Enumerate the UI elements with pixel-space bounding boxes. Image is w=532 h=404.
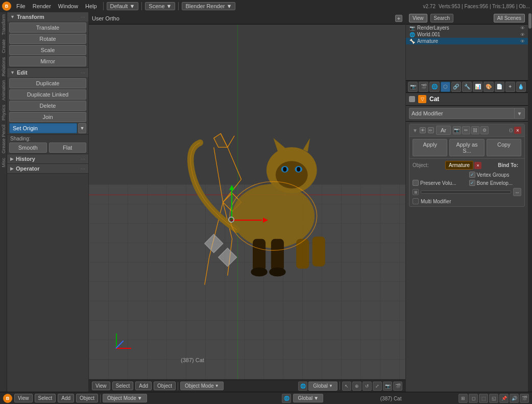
preserve-vol-checkbox[interactable] (413, 180, 419, 186)
mod-camera-btn[interactable]: 📷 (453, 126, 461, 134)
mod-edit2-btn[interactable]: ✏ (462, 126, 470, 134)
props-particles-btn[interactable]: ✦ (505, 82, 515, 92)
props-object-btn[interactable]: ⬡ (441, 82, 450, 92)
footer-object-btn[interactable]: Object (154, 382, 176, 390)
tab-misc[interactable]: Misc (1, 156, 6, 170)
props-physics-btn[interactable]: 💧 (516, 82, 526, 92)
bottom-icon4[interactable]: ◱ (489, 394, 498, 403)
footer-icon-scale[interactable]: ⤢ (373, 382, 382, 391)
set-origin-arrow[interactable]: ▼ (78, 123, 86, 133)
footer-icon-globe[interactable]: 🌐 (298, 382, 307, 391)
mirror-button[interactable]: Mirror (9, 56, 86, 66)
edit-header[interactable]: ▼ Edit ··· (7, 68, 88, 77)
add-modifier-btn[interactable]: Add Modifier (409, 108, 515, 119)
mod-delete-btn[interactable]: × (514, 127, 521, 134)
footer-add-btn[interactable]: Add (135, 382, 152, 390)
smooth-button[interactable]: Smooth (9, 142, 47, 153)
footer-icon-move[interactable]: ⊕ (352, 382, 361, 391)
vertex-groups-checkbox[interactable]: ✓ (469, 172, 475, 178)
outliner-all-scenes-btn[interactable]: All Scenes (494, 14, 525, 22)
flat-button[interactable]: Flat (49, 142, 87, 153)
outliner-item-armature[interactable]: 🦴 Armature 👁 (406, 38, 528, 44)
layout-dropdown[interactable]: Default ▼ (107, 2, 139, 10)
rotate-button[interactable]: Rotate (9, 34, 86, 44)
apply-button[interactable]: Apply (413, 139, 447, 156)
outliner-item-renderlayers[interactable]: 📷 RenderLayers 👁 (406, 25, 528, 31)
mode-dropdown[interactable]: Object Mode ▼ (180, 382, 224, 390)
tab-grease-pencil[interactable]: Grease Pencil (1, 123, 6, 156)
bottom-icon3[interactable]: ⬚ (479, 394, 488, 403)
tab-create[interactable]: Create (1, 37, 6, 55)
outliner-item-world[interactable]: 🌐 World.001 👁 (406, 31, 528, 38)
props-data-btn[interactable]: 📊 (473, 82, 482, 92)
menu-help[interactable]: Help (82, 2, 100, 10)
armature-value[interactable]: Armature (445, 161, 473, 170)
menu-file[interactable]: File (13, 2, 29, 10)
join-button[interactable]: Join (9, 112, 86, 122)
engine-dropdown[interactable]: Blender Render ▼ (182, 2, 235, 10)
bind-arrow[interactable]: ↔ (513, 188, 521, 196)
delete-button[interactable]: Delete (9, 101, 86, 111)
duplicate-linked-button[interactable]: Duplicate Linked (9, 89, 86, 100)
footer-icon-cursor[interactable]: ↖ (342, 382, 351, 391)
bottom-view-btn[interactable]: View (14, 394, 33, 402)
footer-select-btn[interactable]: Select (112, 382, 134, 390)
props-world-btn[interactable]: 🌐 (429, 82, 439, 92)
mod-collapse-btn[interactable]: ▼ (413, 128, 418, 133)
bone-envelope-checkbox[interactable]: ✓ (469, 180, 475, 186)
menu-render[interactable]: Render (30, 2, 54, 10)
bottom-object-btn[interactable]: Object (76, 394, 98, 402)
scroll-handle[interactable] (528, 13, 531, 29)
tab-physics[interactable]: Physics (1, 103, 6, 123)
apply-as-button[interactable]: Apply as S... (449, 139, 484, 156)
tab-relations[interactable]: Relations (1, 55, 6, 79)
mod-render-icon[interactable]: 👁 (420, 127, 426, 133)
armature-clear-btn[interactable]: × (474, 162, 481, 169)
mod-chain-btn[interactable]: ⛓ (471, 126, 479, 134)
scene-dropdown[interactable]: Scene ▼ (145, 2, 175, 10)
right-scrollbar[interactable] (528, 12, 532, 392)
outliner-search-btn[interactable]: Search (430, 14, 454, 22)
bottom-icon1[interactable]: ⊞ (458, 394, 468, 403)
global-dropdown[interactable]: Global ▼ (308, 382, 337, 391)
translate-button[interactable]: Translate (9, 22, 86, 33)
duplicate-button[interactable]: Duplicate (9, 78, 86, 88)
props-texture-btn[interactable]: 📄 (495, 82, 504, 92)
viewport-expand-btn[interactable]: + (395, 15, 402, 22)
bottom-icon2[interactable]: ◻ (469, 394, 478, 403)
bottom-mode-dropdown[interactable]: Object Mode ▼ (103, 394, 147, 402)
tab-animation[interactable]: Animation (1, 78, 6, 103)
bottom-select-btn[interactable]: Select (35, 394, 56, 402)
outliner-view-btn[interactable]: View (409, 14, 427, 22)
scale-button[interactable]: Scale (9, 45, 86, 55)
menu-window[interactable]: Window (55, 2, 81, 10)
footer-view-btn[interactable]: View (92, 382, 110, 390)
props-scene-btn[interactable]: 🎬 (419, 82, 428, 92)
history-header[interactable]: ▶ History ··· (7, 154, 88, 163)
props-render-btn[interactable]: 📷 (408, 82, 418, 92)
footer-icon-camera[interactable]: 📷 (383, 382, 392, 391)
mod-edit-icon[interactable]: ✏ (428, 127, 434, 133)
props-modifier-btn[interactable]: 🔧 (462, 82, 472, 92)
tab-transform[interactable]: Transform (1, 12, 6, 37)
operator-header[interactable]: ▶ Operator ··· (7, 164, 88, 173)
viewport-canvas[interactable]: (387) Cat (89, 25, 405, 379)
set-origin-dropdown[interactable]: Set Origin (9, 123, 77, 133)
bottom-icon7[interactable]: 🎬 (520, 394, 529, 403)
transform-header[interactable]: ▼ Transform ··· (7, 12, 88, 21)
multi-modifier-checkbox[interactable] (413, 198, 419, 204)
footer-icon-rotate[interactable]: ↺ (362, 382, 372, 391)
bottom-icon5[interactable]: 📌 (499, 394, 509, 403)
props-constraint-btn[interactable]: 🔗 (451, 82, 461, 92)
props-material-btn[interactable]: 🎨 (483, 82, 493, 92)
mod-expand-btn[interactable]: ⟨⟩ (509, 128, 513, 133)
bottom-add-btn[interactable]: Add (58, 394, 74, 402)
bind-input[interactable] (421, 191, 511, 194)
copy-button[interactable]: Copy (487, 139, 521, 156)
bottom-global-dropdown[interactable]: Global ▼ (293, 394, 323, 402)
footer-icon-render[interactable]: 🎬 (393, 382, 402, 391)
mod-settings-btn[interactable]: ⚙ (480, 126, 489, 134)
add-modifier-arrow[interactable]: ▼ (515, 108, 525, 119)
bottom-icon6[interactable]: 🔊 (510, 394, 519, 403)
bind-to-label: Bind To: (483, 161, 521, 169)
